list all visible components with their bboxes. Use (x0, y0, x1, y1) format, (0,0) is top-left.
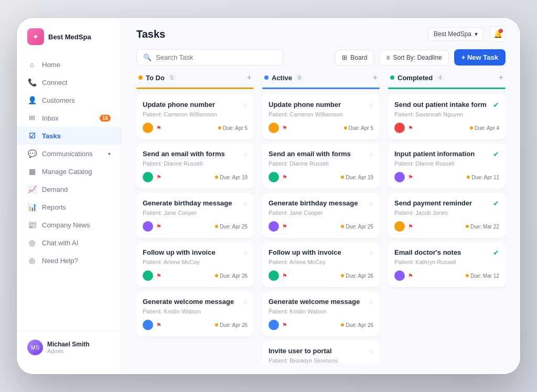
notification-bell[interactable]: 🔔 (490, 26, 506, 42)
search-icon: 🔍 (143, 53, 152, 61)
column-active: Active 8 + Update phone number ○ Patient… (262, 73, 380, 364)
card-footer: ⚑ Due: Apr 5 (268, 123, 373, 133)
sidebar-item-communications[interactable]: 💬 Communications ▾ (17, 145, 121, 162)
demand-icon: 📈 (27, 185, 37, 193)
home-icon: ⌂ (27, 60, 37, 69)
col-add-button[interactable]: + (499, 73, 503, 82)
due-date: Due: Apr 26 (215, 273, 248, 279)
task-check[interactable]: ○ (243, 298, 248, 306)
card-footer: ⚑ Due: Apr 19 (143, 172, 248, 182)
task-card[interactable]: Input patient information ✔ Patient: Dia… (388, 144, 506, 189)
user-role: Admin (47, 348, 90, 354)
sidebar-item-home[interactable]: ⌂ Home (17, 56, 121, 73)
task-card[interactable]: Generate birthday message ○ Patient: Jan… (136, 193, 254, 238)
col-cards: Update phone number ○ Patient: Cameron W… (136, 94, 254, 364)
task-card[interactable]: Update phone number ○ Patient: Cameron W… (136, 94, 254, 139)
sidebar-item-label: Inbox (42, 114, 59, 122)
sort-label: Sort By: Deadline (393, 54, 442, 61)
task-check[interactable]: ○ (243, 150, 248, 158)
flag-icon: ⚑ (156, 273, 162, 279)
sidebar-logo: ✦ Best MedSpa (17, 28, 121, 56)
brand-selector[interactable]: Best MedSpa ▾ (428, 27, 484, 41)
task-card[interactable]: Invite user to portal ○ Patient: Brookly… (262, 341, 380, 364)
customers-icon: 👤 (27, 96, 37, 104)
task-check[interactable]: ○ (369, 347, 373, 355)
sort-button[interactable]: ≡ Sort By: Deadline (379, 50, 448, 66)
card-footer: ⚑ Due: Mar 22 (394, 221, 499, 232)
task-check[interactable]: ○ (369, 298, 373, 306)
due-dot (470, 126, 473, 129)
col-line (136, 88, 254, 89)
sidebar-item-chat-with-ai[interactable]: ◎ Chat with AI (17, 234, 121, 252)
card-title: Email doctor's notes (394, 248, 493, 256)
sidebar-item-customers[interactable]: 👤 Customers (17, 91, 121, 109)
task-check[interactable]: ✔ (493, 101, 499, 109)
task-card[interactable]: Update phone number ○ Patient: Cameron W… (262, 94, 380, 139)
task-check[interactable]: ○ (243, 248, 248, 257)
assignee-avatar (143, 172, 153, 182)
search-box[interactable]: 🔍 (136, 49, 283, 66)
task-card[interactable]: Email doctor's notes ✔ Patient: Kathryn … (388, 242, 506, 287)
task-check[interactable]: ○ (369, 199, 373, 208)
col-title: Active (272, 74, 292, 82)
logo-text: Best MedSpa (48, 33, 91, 41)
task-card[interactable]: Send an email with forms ○ Patient: Dian… (262, 144, 380, 189)
task-check[interactable]: ✔ (493, 248, 499, 257)
task-check[interactable]: ○ (369, 248, 373, 257)
card-patient: Patient: Savannah Nguyen (394, 111, 499, 117)
inbox-badge: 16 (100, 115, 111, 122)
card-patient: Patient: Arlene McCoy (268, 259, 373, 265)
col-cards: Send out patient intake form ✔ Patient: … (388, 94, 506, 364)
page-title: Tasks (136, 28, 165, 40)
sidebar-item-inbox[interactable]: ✉ Inbox 16 (17, 109, 121, 127)
due-dot (215, 176, 218, 179)
task-card[interactable]: Follow up with invoice ○ Patient: Arlene… (262, 242, 380, 287)
sidebar-nav: ⌂ Home 📞 Connect 👤 Customers ✉ Inbox 16 … (17, 56, 121, 331)
card-footer: ⚑ Due: Apr 26 (268, 270, 373, 281)
sidebar-item-reports[interactable]: 📊 Reports (17, 198, 121, 216)
sidebar-item-connect[interactable]: 📞 Connect (17, 73, 121, 91)
sidebar-item-manage-catalog[interactable]: ▦ Manage Catalog (17, 162, 121, 180)
card-patient: Patient: Kristin Watson (143, 308, 248, 314)
board-button[interactable]: ⊞ Board (335, 50, 374, 66)
col-add-button[interactable]: + (247, 73, 252, 82)
task-card[interactable]: Send an email with forms ○ Patient: Dian… (136, 144, 254, 189)
manage-catalog-icon: ▦ (27, 167, 37, 176)
task-check[interactable]: ○ (243, 101, 248, 109)
assignee-avatar (268, 123, 279, 133)
task-card[interactable]: Send out patient intake form ✔ Patient: … (388, 94, 506, 139)
col-add-button[interactable]: + (373, 73, 378, 82)
sidebar-item-demand[interactable]: 📈 Demand (17, 180, 121, 198)
task-card[interactable]: Generate birthday message ○ Patient: Jan… (262, 193, 380, 238)
flag-icon: ⚑ (282, 322, 287, 329)
due-date: Due: Apr 26 (341, 322, 373, 328)
task-check[interactable]: ○ (243, 199, 248, 208)
sidebar-item-label: Chat with AI (42, 239, 78, 247)
sidebar-item-need-help[interactable]: ◎ Need Help? (17, 252, 121, 269)
task-card[interactable]: Send payment reminder ✔ Patient: Jacob J… (388, 193, 506, 238)
search-input[interactable] (156, 53, 276, 61)
sidebar-item-tasks[interactable]: ☑ Tasks (17, 127, 121, 145)
task-card[interactable]: Generate welcome message ○ Patient: Kris… (136, 291, 254, 336)
assignee-avatar (394, 172, 405, 182)
task-check[interactable]: ○ (369, 101, 373, 109)
task-card[interactable]: Follow up with invoice ○ Patient: Arlene… (136, 242, 254, 287)
flag-icon: ⚑ (156, 322, 162, 329)
avatar-img: MS (27, 340, 43, 355)
card-title: Send out patient intake form (394, 101, 493, 108)
tasks-icon: ☑ (27, 132, 37, 140)
task-check[interactable]: ○ (369, 150, 373, 158)
col-title: To Do (146, 74, 165, 82)
card-footer: ⚑ Due: Apr 26 (143, 320, 248, 330)
assignee-avatar (143, 270, 153, 281)
flag-icon: ⚑ (282, 174, 287, 181)
task-check[interactable]: ✔ (493, 150, 499, 158)
flag-icon: ⚑ (282, 125, 287, 132)
column-todo: To Do 5 + Update phone number ○ Patient:… (136, 73, 254, 364)
task-card[interactable]: Generate welcome message ○ Patient: Kris… (262, 291, 380, 336)
card-patient: Patient: Jacob Jones (394, 210, 499, 216)
col-header: To Do 5 + (136, 73, 254, 88)
sidebar-item-company-news[interactable]: 📰 Company News (17, 216, 121, 234)
task-check[interactable]: ✔ (493, 199, 499, 208)
new-task-button[interactable]: + New Task (454, 49, 506, 66)
